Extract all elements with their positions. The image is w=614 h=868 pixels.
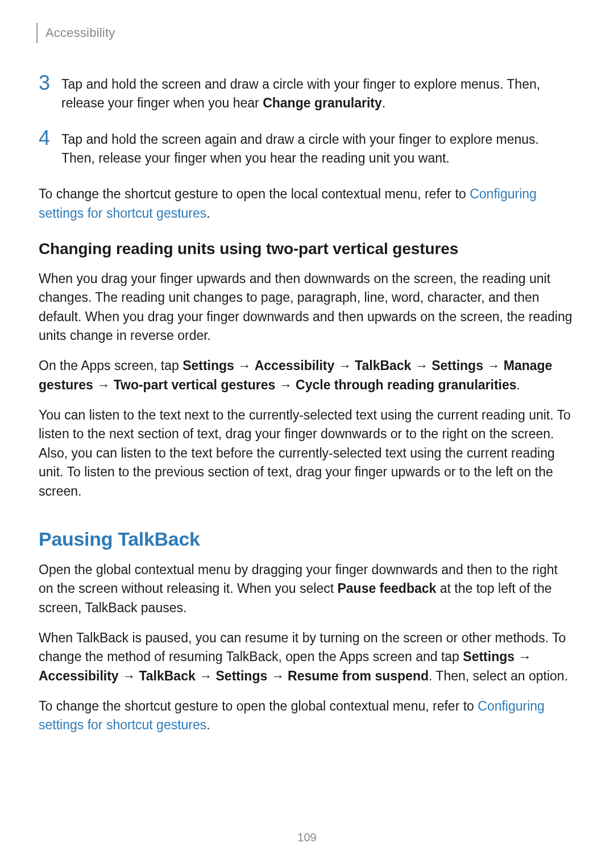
step-text-post: .	[382, 95, 385, 110]
path-segment: Settings	[432, 358, 483, 373]
step-4: 4 Tap and hold the screen again and draw…	[39, 130, 575, 168]
heading-changing-reading-units: Changing reading units using two-part ve…	[39, 240, 575, 258]
arrow-icon: →	[411, 358, 432, 373]
shortcut-para-1: To change the shortcut gesture to open t…	[39, 185, 575, 223]
numbered-steps: 3 Tap and hold the screen and draw a cir…	[39, 75, 575, 168]
page-number: 109	[0, 831, 614, 844]
section1-p3: You can listen to the text next to the c…	[39, 406, 575, 501]
text: .	[206, 717, 210, 732]
text: . Then, select an option.	[429, 668, 568, 683]
path-segment: TalkBack	[139, 668, 195, 683]
path-segment: Settings	[463, 649, 515, 664]
step-3: 3 Tap and hold the screen and draw a cir…	[39, 75, 575, 113]
path-segment: Accessibility	[39, 668, 119, 683]
arrow-icon: →	[267, 668, 288, 683]
path-segment: Settings	[216, 668, 268, 683]
step-text-pre: Tap and hold the screen again and draw a…	[61, 132, 539, 165]
path-segment: TalkBack	[355, 358, 411, 373]
section1-p2: On the Apps screen, tap Settings → Acces…	[39, 356, 575, 394]
path-segment: Two-part vertical gestures	[114, 377, 276, 392]
section2-p3: To change the shortcut gesture to open t…	[39, 697, 575, 735]
text: To change the shortcut gesture to open t…	[39, 186, 470, 201]
arrow-icon: →	[275, 377, 296, 392]
arrow-icon: →	[196, 668, 216, 683]
section1-p1: When you drag your finger upwards and th…	[39, 269, 575, 345]
path-segment: Accessibility	[255, 358, 335, 373]
step-number: 4	[39, 128, 61, 148]
step-text: Tap and hold the screen and draw a circl…	[61, 75, 575, 113]
text: .	[206, 206, 210, 221]
header-title: Accessibility	[45, 26, 115, 40]
page-header: Accessibility	[36, 23, 575, 43]
step-number: 3	[39, 73, 61, 93]
path-segment: Cycle through reading granularities	[296, 377, 517, 392]
text: On the Apps screen, tap	[39, 358, 182, 373]
arrow-icon: →	[334, 358, 355, 373]
step-text-bold: Change granularity	[263, 95, 382, 110]
heading-pausing-talkback: Pausing TalkBack	[39, 528, 575, 550]
section2-p2: When TalkBack is paused, you can resume …	[39, 629, 575, 686]
path-segment: Settings	[182, 358, 234, 373]
arrow-icon: →	[515, 649, 531, 664]
text: To change the shortcut gesture to open t…	[39, 699, 478, 713]
arrow-icon: →	[93, 377, 114, 392]
header-divider	[36, 23, 38, 43]
arrow-icon: →	[119, 668, 139, 683]
bold-text: Pause feedback	[337, 581, 436, 596]
arrow-icon: →	[483, 358, 504, 373]
arrow-icon: →	[234, 358, 255, 373]
path-segment: Resume from suspend	[288, 668, 429, 683]
text: .	[517, 377, 520, 392]
step-text: Tap and hold the screen again and draw a…	[61, 130, 575, 168]
section2-p1: Open the global contextual menu by dragg…	[39, 560, 575, 617]
